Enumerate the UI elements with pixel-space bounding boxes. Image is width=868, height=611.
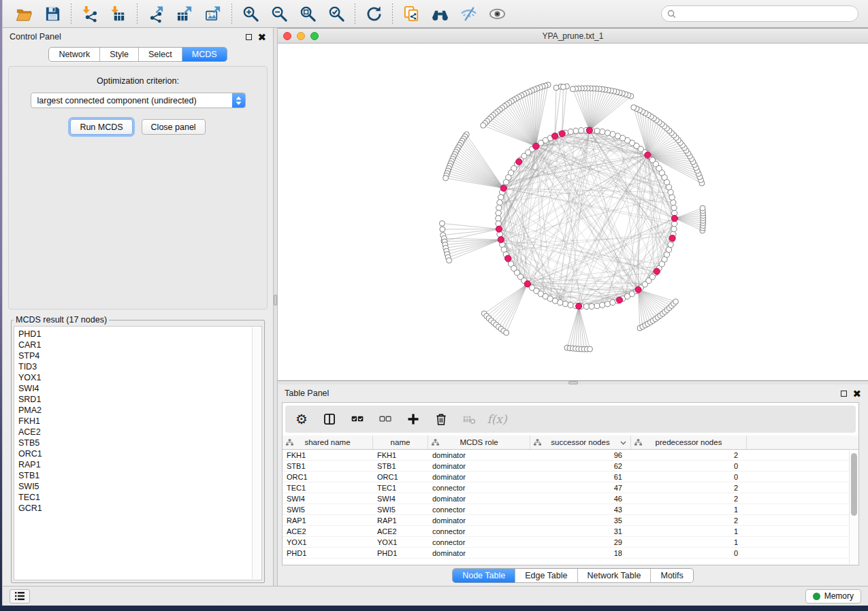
scrollbar-thumb[interactable] <box>851 453 857 516</box>
search-input[interactable] <box>679 8 852 19</box>
task-history-button[interactable] <box>10 589 30 604</box>
network-node[interactable] <box>700 205 705 211</box>
add-column-button[interactable] <box>405 411 421 427</box>
mcds-node[interactable] <box>645 152 651 158</box>
mcds-result-item[interactable]: YOX1 <box>18 372 261 383</box>
tab-node-table[interactable]: Node Table <box>453 569 515 582</box>
network-node[interactable] <box>589 303 594 309</box>
import-table-button[interactable] <box>104 2 133 25</box>
mcds-result-item[interactable]: TEC1 <box>18 492 261 503</box>
network-node[interactable] <box>671 226 677 231</box>
window-close-icon[interactable] <box>283 32 291 40</box>
window-minimize-icon[interactable] <box>297 32 305 40</box>
delete-column-button[interactable] <box>433 411 449 427</box>
network-node[interactable] <box>600 129 605 134</box>
table-row[interactable]: FKH1FKH1dominator962 <box>283 450 858 461</box>
search-binoculars-button[interactable] <box>425 2 454 25</box>
network-node[interactable] <box>673 299 679 304</box>
export-table-button[interactable] <box>170 2 199 25</box>
network-node[interactable] <box>570 86 575 92</box>
table-row[interactable]: PHD1PHD1dominator180 <box>283 548 858 559</box>
show-columns-button[interactable] <box>321 411 338 427</box>
mcds-node[interactable] <box>576 303 582 309</box>
open-file-button[interactable] <box>10 2 38 25</box>
mcds-result-item[interactable]: GCR1 <box>18 503 261 514</box>
mcds-result-item[interactable]: TID3 <box>18 361 261 372</box>
mcds-node[interactable] <box>533 143 539 149</box>
mcds-result-item[interactable]: SWI5 <box>18 481 261 492</box>
column-header-successor-nodes[interactable]: successor nodes <box>530 435 631 449</box>
window-zoom-icon[interactable] <box>310 32 319 40</box>
horizontal-splitter[interactable] <box>278 381 868 384</box>
table-scrollbar[interactable] <box>849 450 858 564</box>
close-panel-icon[interactable]: ✖ <box>257 34 266 40</box>
network-node[interactable] <box>497 199 502 205</box>
mcds-node[interactable] <box>498 237 504 243</box>
mcds-result-item[interactable]: STP4 <box>18 350 261 361</box>
select-all-rows-button[interactable] <box>349 411 366 427</box>
tab-network-table[interactable]: Network Table <box>578 569 652 582</box>
tab-style[interactable]: Style <box>100 48 139 61</box>
export-image-button[interactable] <box>199 2 227 25</box>
table-row[interactable]: SWI4SWI4dominator462 <box>283 493 858 504</box>
network-node[interactable] <box>573 128 579 133</box>
table-row[interactable]: TEC1TEC1connector472 <box>283 482 858 493</box>
hide-eye-button[interactable] <box>454 2 483 25</box>
refresh-view-button[interactable] <box>359 2 388 25</box>
network-node[interactable] <box>671 199 676 205</box>
tab-edge-table[interactable]: Edge Table <box>515 569 577 582</box>
network-node[interactable] <box>578 128 583 133</box>
network-node[interactable] <box>668 242 673 247</box>
mcds-node[interactable] <box>524 281 530 287</box>
export-network-button[interactable] <box>142 2 170 25</box>
table-row[interactable]: ORC1ORC1dominator610 <box>283 472 858 482</box>
network-node[interactable] <box>496 216 501 221</box>
tab-motifs[interactable]: Motifs <box>651 569 692 582</box>
mcds-result-item[interactable]: STB5 <box>18 437 261 448</box>
copy-network-button[interactable] <box>397 2 425 25</box>
network-node[interactable] <box>568 129 573 134</box>
mcds-node[interactable] <box>496 226 502 232</box>
tab-mcds[interactable]: MCDS <box>182 48 227 61</box>
float-panel-icon[interactable] <box>246 34 252 40</box>
deselect-all-rows-button[interactable] <box>377 411 393 427</box>
table-row[interactable]: ACE2ACE2connector311 <box>283 526 858 537</box>
network-graph[interactable] <box>278 44 868 380</box>
mcds-result-list[interactable]: PHD1CAR1STP4TID3YOX1SWI4SRD1PMA2FKH1ACE2… <box>14 326 262 580</box>
mcds-result-item[interactable]: PHD1 <box>18 329 261 340</box>
column-header-predecessor-nodes[interactable]: predecessor nodes <box>631 435 747 449</box>
vertical-splitter[interactable] <box>273 28 278 586</box>
table-settings-gear-button[interactable]: ⚙ <box>293 411 310 427</box>
tab-network[interactable]: Network <box>49 48 100 61</box>
network-node[interactable] <box>671 205 677 210</box>
network-node[interactable] <box>498 195 504 200</box>
network-node[interactable] <box>447 258 452 263</box>
result-list-scrollbar[interactable] <box>252 327 261 579</box>
zoom-selected-button[interactable] <box>322 2 351 25</box>
network-node[interactable] <box>504 330 509 335</box>
mcds-result-item[interactable]: PMA2 <box>18 405 261 416</box>
mcds-node[interactable] <box>671 215 677 221</box>
save-session-button[interactable] <box>38 2 67 25</box>
network-canvas[interactable] <box>278 44 868 380</box>
network-node[interactable] <box>481 122 486 128</box>
network-node[interactable] <box>610 131 615 137</box>
column-header-shared-name[interactable]: shared name <box>283 435 373 449</box>
mcds-result-item[interactable]: SRD1 <box>18 394 261 405</box>
mcds-node[interactable] <box>616 297 622 303</box>
mcds-node[interactable] <box>654 268 660 274</box>
criterion-select[interactable]: largest connected component (undirected) <box>31 93 246 108</box>
network-node[interactable] <box>605 130 610 135</box>
close-panel-icon[interactable]: ✖ <box>852 391 861 397</box>
network-node[interactable] <box>605 301 610 306</box>
column-header-name[interactable]: name <box>373 435 428 449</box>
column-header-mcds-role[interactable]: MCDS role <box>428 435 530 449</box>
mcds-result-item[interactable]: STB1 <box>18 470 261 481</box>
network-node[interactable] <box>560 84 566 90</box>
tab-select[interactable]: Select <box>139 48 182 61</box>
network-node[interactable] <box>558 299 563 305</box>
mcds-node[interactable] <box>635 286 641 293</box>
mcds-result-item[interactable]: FKH1 <box>18 416 261 427</box>
network-node[interactable] <box>583 303 589 309</box>
table-row[interactable]: YOX1YOX1connector291 <box>283 537 858 548</box>
